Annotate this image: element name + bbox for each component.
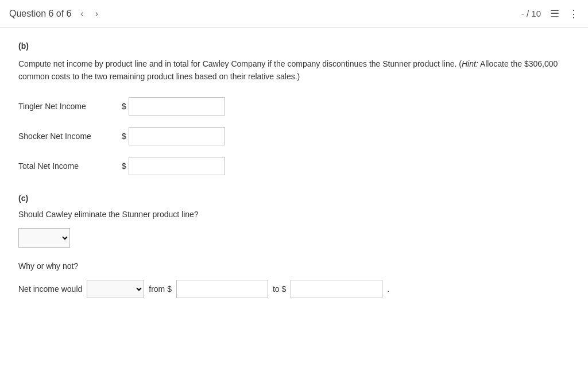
question-title: Question 6 of 6 xyxy=(9,9,72,19)
hint-label: Hint: xyxy=(462,59,478,68)
net-income-prefix: Net income would xyxy=(18,284,82,294)
shocker-label: Shocker Net Income xyxy=(18,132,122,141)
shocker-row: Shocker Net Income $ xyxy=(18,127,570,145)
prev-button[interactable]: ‹ xyxy=(79,6,86,21)
from-amount-input[interactable] xyxy=(176,280,268,298)
more-icon[interactable]: ⋮ xyxy=(568,7,579,20)
net-income-row: Net income would increase decrease from … xyxy=(18,280,570,298)
tingler-row: Tingler Net Income $ xyxy=(18,97,570,115)
shocker-dollar: $ xyxy=(122,132,126,141)
net-direction-select[interactable]: increase decrease xyxy=(87,280,144,298)
why-label: Why or why not? xyxy=(18,261,570,271)
tingler-label: Tingler Net Income xyxy=(18,102,122,111)
to-label: to $ xyxy=(273,284,286,294)
total-label: Total Net Income xyxy=(18,161,122,171)
question-text-part1: Compute net income by product line and i… xyxy=(18,59,462,68)
section-b-label: (b) xyxy=(18,41,570,51)
section-b-question: Compute net income by product line and i… xyxy=(18,57,570,83)
score-text: - / 10 xyxy=(521,9,541,18)
next-button[interactable]: › xyxy=(93,6,100,21)
section-c: (c) Should Cawley eliminate the Stunner … xyxy=(18,194,570,298)
section-b: (b) Compute net income by product line a… xyxy=(18,41,570,175)
from-label: from $ xyxy=(149,284,172,294)
section-c-question: Should Cawley eliminate the Stunner prod… xyxy=(18,210,570,219)
section-c-label: (c) xyxy=(18,194,570,203)
header: Question 6 of 6 ‹ › - / 10 ☰ ⋮ xyxy=(0,0,588,28)
shocker-input[interactable] xyxy=(129,127,225,145)
tingler-input[interactable] xyxy=(129,97,225,115)
to-amount-input[interactable] xyxy=(291,280,382,298)
period-dot: . xyxy=(387,284,389,294)
total-dollar: $ xyxy=(122,161,126,171)
total-row: Total Net Income $ xyxy=(18,157,570,175)
yes-no-select[interactable]: Yes No xyxy=(18,228,70,248)
header-right: - / 10 ☰ ⋮ xyxy=(521,7,579,20)
list-icon[interactable]: ☰ xyxy=(550,7,559,20)
total-input[interactable] xyxy=(129,157,225,175)
tingler-dollar: $ xyxy=(122,102,126,111)
header-left: Question 6 of 6 ‹ › xyxy=(9,6,100,21)
content: (b) Compute net income by product line a… xyxy=(0,28,588,312)
